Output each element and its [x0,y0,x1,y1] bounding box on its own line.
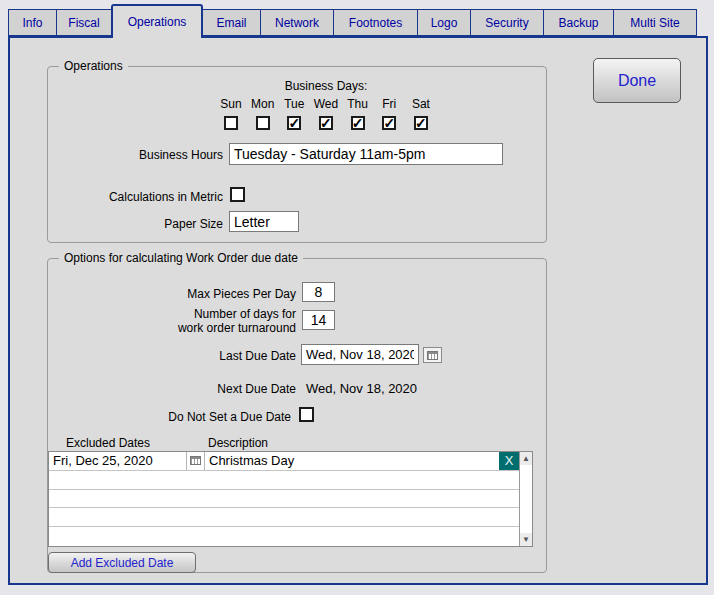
last-due-date-label: Last Due Date [48,349,296,363]
excluded-date-empty-row [49,527,519,546]
day-column-sat: Sat [406,97,436,130]
do-not-set-due-date-checkbox[interactable] [299,407,314,422]
done-button[interactable]: Done [593,58,681,103]
calculations-in-metric-label: Calculations in Metric [48,190,223,204]
tab-bar: Info Fiscal Operations Email Network Foo… [8,0,697,36]
last-due-date-input[interactable] [301,344,419,365]
tab-multi-site[interactable]: Multi Site [613,9,697,36]
excluded-date-empty-row [49,508,519,527]
scroll-down-icon[interactable]: ▼ [520,533,532,546]
operations-group-title: Operations [59,59,128,73]
day-label-thu: Thu [347,97,368,111]
tab-logo[interactable]: Logo [417,9,471,36]
excluded-dates-table: Fri, Dec 25, 2020 Christmas Day X ▲ ▼ [48,451,533,547]
day-checkbox-mon[interactable] [256,116,270,130]
excluded-date-description-cell[interactable]: Christmas Day [205,452,499,470]
calendar-icon [427,351,438,360]
day-checkbox-wed[interactable] [319,116,333,130]
tab-backup[interactable]: Backup [543,9,614,36]
turnaround-label-line2: work order turnaround [178,321,296,335]
operations-group: Operations Business Days: Sun Mon Tue We… [47,66,547,243]
tab-info[interactable]: Info [8,9,57,36]
max-pieces-input[interactable] [302,282,335,302]
turnaround-label-line1: Number of days for [194,307,296,321]
excluded-dates-rows: Fri, Dec 25, 2020 Christmas Day X [49,452,519,546]
day-checkbox-thu[interactable] [351,116,365,130]
day-label-sun: Sun [220,97,241,111]
turnaround-input[interactable] [302,310,335,330]
work-order-group: Options for calculating Work Order due d… [47,258,547,573]
do-not-set-due-date-label: Do Not Set a Due Date [48,410,291,424]
excluded-dates-header: Excluded Dates [66,436,150,450]
description-header: Description [208,436,268,450]
day-column-sun: Sun [216,97,246,130]
day-label-tue: Tue [284,97,304,111]
excluded-date-calendar-button[interactable] [187,452,205,470]
tab-fiscal[interactable]: Fiscal [56,9,112,36]
day-checkbox-sun[interactable] [224,116,238,130]
business-days-grid: Sun Mon Tue Wed Thu [216,97,436,130]
excluded-date-cell[interactable]: Fri, Dec 25, 2020 [49,452,187,470]
paper-size-label: Paper Size [48,217,223,231]
tab-email[interactable]: Email [202,9,261,36]
day-checkbox-tue[interactable] [287,116,301,130]
calendar-icon [190,456,201,465]
business-hours-input[interactable] [229,143,503,165]
work-order-group-title: Options for calculating Work Order due d… [59,251,303,265]
tab-footnotes[interactable]: Footnotes [333,9,418,36]
tab-operations[interactable]: Operations [111,4,203,38]
day-column-tue: Tue [279,97,309,130]
next-due-date-label: Next Due Date [48,382,296,396]
turnaround-label: Number of days for work order turnaround [48,307,296,335]
tab-security[interactable]: Security [470,9,544,36]
business-days-label: Business Days: [216,79,436,93]
scroll-up-icon[interactable]: ▲ [520,452,532,465]
day-column-fri: Fri [374,97,404,130]
calculations-in-metric-checkbox[interactable] [230,187,245,202]
excluded-date-empty-row [49,490,519,509]
day-column-mon: Mon [248,97,278,130]
day-label-sat: Sat [412,97,430,111]
day-checkbox-sat[interactable] [414,116,428,130]
paper-size-input[interactable] [229,211,299,232]
excluded-date-row: Fri, Dec 25, 2020 Christmas Day X [49,452,519,471]
day-column-wed: Wed [311,97,341,130]
day-label-mon: Mon [251,97,274,111]
next-due-date-value: Wed, Nov 18, 2020 [306,381,417,396]
tab-network[interactable]: Network [260,9,334,36]
max-pieces-label: Max Pieces Per Day [48,287,296,301]
day-checkbox-fri[interactable] [382,116,396,130]
add-excluded-date-button[interactable]: Add Excluded Date [48,552,196,573]
last-due-date-calendar-button[interactable] [423,347,442,363]
delete-excluded-date-button[interactable]: X [499,452,519,470]
day-column-thu: Thu [343,97,373,130]
excluded-dates-scrollbar[interactable]: ▲ ▼ [519,452,532,546]
day-label-fri: Fri [382,97,396,111]
day-label-wed: Wed [314,97,338,111]
operations-tab-panel: Done Operations Business Days: Sun Mon T… [8,36,708,585]
excluded-date-empty-row [49,471,519,490]
business-hours-label: Business Hours [48,148,223,162]
business-days-block: Business Days: Sun Mon Tue Wed [216,79,436,130]
